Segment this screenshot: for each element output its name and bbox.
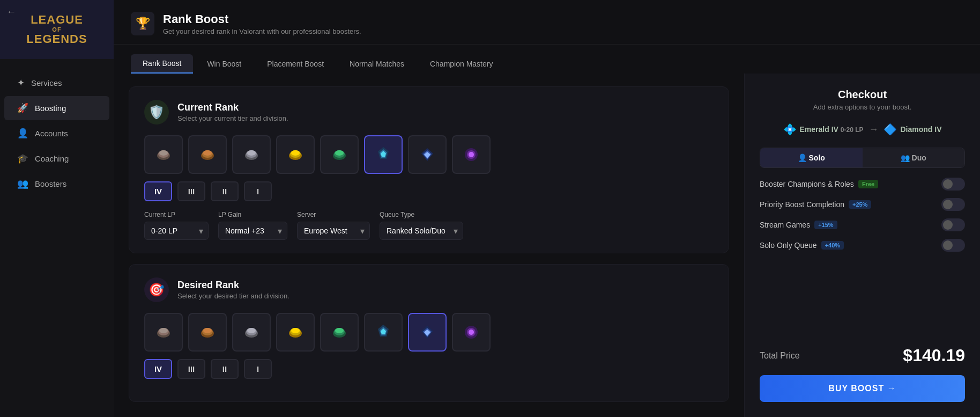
lp-gain-label: LP Gain bbox=[218, 211, 287, 218]
sidebar-label-services: Services bbox=[31, 78, 62, 87]
from-rank-icon: 💠 bbox=[783, 123, 797, 136]
server-select[interactable]: Europe West North America EUNE Korea bbox=[297, 222, 370, 240]
rank-btn-bronze-current[interactable] bbox=[188, 135, 227, 174]
option-solo-queue: Solo Only Queue +40% bbox=[760, 239, 965, 252]
sidebar-label-boosters: Boosters bbox=[35, 179, 66, 188]
option-champions-roles: Booster Champions & Roles Free bbox=[760, 178, 965, 191]
sidebar-item-coaching[interactable]: 🎓 Coaching bbox=[4, 147, 109, 171]
duo-icon: 👥 bbox=[901, 153, 910, 162]
boosters-icon: 👥 bbox=[17, 178, 28, 189]
rank-btn-master-current[interactable] bbox=[452, 135, 491, 174]
option-champions-roles-toggle[interactable] bbox=[941, 178, 965, 191]
division-btn-iii-current[interactable]: III bbox=[177, 181, 205, 201]
sidebar-item-accounts[interactable]: 👤 Accounts bbox=[4, 121, 109, 145]
main-content: 🏆 Rank Boost Get your desired rank in Va… bbox=[114, 0, 980, 417]
svg-point-8 bbox=[247, 150, 256, 156]
sidebar-item-services[interactable]: ✦ Services bbox=[4, 71, 109, 95]
to-rank-icon: 🔷 bbox=[884, 123, 897, 136]
page-subtitle: Get your desired rank in Valorant with o… bbox=[163, 27, 361, 35]
tab-champion-mastery[interactable]: Champion Mastery bbox=[418, 54, 505, 74]
current-lp-select[interactable]: 0-20 LP 21-40 LP 41-60 LP 61-80 LP 81-99… bbox=[144, 222, 209, 240]
desired-rank-icons-row bbox=[144, 313, 714, 352]
svg-point-23 bbox=[469, 152, 474, 157]
tab-rank-boost[interactable]: Rank Boost bbox=[131, 54, 193, 74]
option-stream-badge: +15% bbox=[814, 221, 837, 229]
rank-btn-bronze-desired[interactable] bbox=[188, 313, 227, 352]
rank-btn-diamond-current[interactable] bbox=[408, 135, 447, 174]
rank-flow-arrow: → bbox=[868, 124, 878, 135]
option-stream-games: Stream Games +15% bbox=[760, 218, 965, 231]
boosting-icon: 🚀 bbox=[17, 103, 28, 114]
from-rank-badge: 💠 Emerald IV 0-20 LP bbox=[783, 123, 864, 136]
current-lp-wrapper: 0-20 LP 21-40 LP 41-60 LP 61-80 LP 81-99… bbox=[144, 222, 209, 240]
sidebar-label-coaching: Coaching bbox=[35, 154, 69, 163]
current-lp-label: Current LP bbox=[144, 211, 209, 218]
option-solo-queue-label-group: Solo Only Queue +40% bbox=[760, 241, 844, 250]
logo-text: LEAGUE of LEGENDS bbox=[26, 13, 87, 46]
option-priority-label: Priority Boost Completion bbox=[760, 200, 844, 209]
current-rank-subtitle: Select your current tier and division. bbox=[177, 114, 288, 122]
queue-type-select[interactable]: Ranked Solo/Duo Ranked Flex bbox=[380, 222, 463, 240]
total-price: $140.19 bbox=[903, 346, 965, 365]
options-list: Booster Champions & Roles Free Priority … bbox=[760, 178, 965, 252]
server-label: Server bbox=[297, 211, 370, 218]
queue-type-label: Queue Type bbox=[380, 211, 463, 218]
server-group: Server Europe West North America EUNE Ko… bbox=[297, 211, 370, 240]
sidebar-item-boosting[interactable]: 🚀 Boosting bbox=[4, 96, 109, 120]
rank-btn-master-desired[interactable] bbox=[452, 313, 491, 352]
rank-btn-iron-current[interactable] bbox=[144, 135, 183, 174]
lp-gain-wrapper: Normal +23 Good +24-27 Great +28-30 bbox=[218, 222, 287, 240]
current-rank-title: Current Rank bbox=[177, 102, 288, 113]
from-rank-text: Emerald IV bbox=[800, 125, 838, 134]
topbar: 🏆 Rank Boost Get your desired rank in Va… bbox=[114, 0, 980, 45]
division-btn-i-desired[interactable]: I bbox=[244, 359, 272, 379]
rank-btn-platinum-current[interactable] bbox=[320, 135, 359, 174]
svg-point-47 bbox=[469, 330, 474, 335]
division-btn-iv-current[interactable]: IV bbox=[144, 181, 172, 201]
back-button[interactable]: ← bbox=[6, 6, 16, 18]
svg-point-38 bbox=[335, 328, 344, 333]
total-row: Total Price $140.19 bbox=[760, 340, 965, 365]
rank-btn-silver-desired[interactable] bbox=[232, 313, 271, 352]
division-btn-iv-desired[interactable]: IV bbox=[144, 359, 172, 379]
rank-btn-silver-current[interactable] bbox=[232, 135, 271, 174]
desired-rank-header: 🎯 Desired Rank Select your desired tier … bbox=[144, 277, 714, 302]
current-lp-group: Current LP 0-20 LP 21-40 LP 41-60 LP 61-… bbox=[144, 211, 209, 240]
solo-label: Solo bbox=[809, 153, 825, 162]
option-priority-boost: Priority Boost Completion +25% bbox=[760, 198, 965, 211]
tab-normal-matches[interactable]: Normal Matches bbox=[338, 54, 416, 74]
rank-btn-diamond-desired[interactable] bbox=[408, 313, 447, 352]
option-solo-queue-label: Solo Only Queue bbox=[760, 241, 817, 250]
rank-btn-gold-desired[interactable] bbox=[276, 313, 315, 352]
tabs-bar: Rank Boost Win Boost Placement Boost Nor… bbox=[114, 45, 980, 74]
sidebar-label-accounts: Accounts bbox=[35, 129, 68, 138]
rank-btn-platinum-desired[interactable] bbox=[320, 313, 359, 352]
sidebar-item-boosters[interactable]: 👥 Boosters bbox=[4, 172, 109, 196]
rank-btn-iron-desired[interactable] bbox=[144, 313, 183, 352]
current-rank-section: 🛡️ Current Rank Select your current tier… bbox=[129, 86, 729, 253]
division-btn-iii-desired[interactable]: III bbox=[177, 359, 205, 379]
option-stream-toggle[interactable] bbox=[941, 218, 965, 231]
division-btn-ii-current[interactable]: II bbox=[211, 181, 239, 201]
queue-duo-btn[interactable]: 👥 Duo bbox=[863, 148, 965, 167]
option-solo-queue-toggle[interactable] bbox=[941, 239, 965, 252]
svg-point-2 bbox=[159, 150, 168, 156]
rank-btn-emerald-desired[interactable] bbox=[364, 313, 403, 352]
division-btn-i-current[interactable]: I bbox=[244, 181, 272, 201]
division-btn-ii-desired[interactable]: II bbox=[211, 359, 239, 379]
option-champions-roles-label: Booster Champions & Roles bbox=[760, 180, 854, 188]
option-champions-roles-label-group: Booster Champions & Roles Free bbox=[760, 180, 878, 188]
option-priority-toggle[interactable] bbox=[941, 198, 965, 211]
checkout-subtitle: Add extra options to your boost. bbox=[760, 103, 965, 111]
tab-placement-boost[interactable]: Placement Boost bbox=[255, 54, 336, 74]
queue-toggle: 👤 Solo 👥 Duo bbox=[760, 148, 965, 168]
desired-division-row: IV III II I bbox=[144, 359, 714, 379]
queue-solo-btn[interactable]: 👤 Solo bbox=[760, 148, 863, 167]
buy-boost-button[interactable]: BUY BOOST → bbox=[760, 375, 965, 402]
rank-btn-emerald-current[interactable] bbox=[364, 135, 403, 174]
duo-label: Duo bbox=[912, 153, 926, 162]
tab-win-boost[interactable]: Win Boost bbox=[195, 54, 253, 74]
svg-point-35 bbox=[291, 328, 300, 333]
rank-btn-gold-current[interactable] bbox=[276, 135, 315, 174]
lp-gain-select[interactable]: Normal +23 Good +24-27 Great +28-30 bbox=[218, 222, 287, 240]
